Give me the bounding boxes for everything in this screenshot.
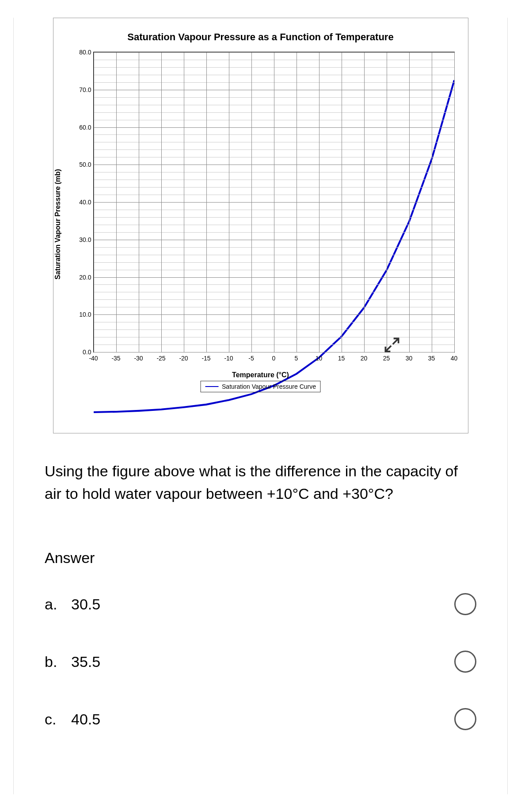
option-row[interactable]: b.35.5 (45, 651, 476, 673)
x-tick-label: 20 (361, 355, 368, 362)
gridline-v (432, 52, 432, 352)
option-letter: c. (45, 711, 62, 728)
y-tick-label: 70.0 (69, 86, 91, 93)
gridline-v (229, 52, 229, 352)
x-tick-label: -30 (134, 355, 143, 362)
x-tick-label: 0 (272, 355, 276, 362)
answer-options: a.30.5b.35.5c.40.5 (45, 593, 476, 730)
x-tick-label: -5 (248, 355, 254, 362)
legend-line-icon (205, 386, 218, 387)
x-tick-label: -10 (224, 355, 233, 362)
question-container: Saturation Vapour Pressure as a Function… (13, 18, 508, 794)
gridline-v (409, 52, 410, 352)
chart-figure: Saturation Vapour Pressure as a Function… (53, 18, 468, 433)
chart-title: Saturation Vapour Pressure as a Function… (62, 31, 459, 43)
x-tick-label: 30 (406, 355, 413, 362)
answer-heading: Answer (45, 549, 476, 567)
legend-label: Saturation Vapour Pressure Curve (222, 383, 316, 390)
gridline-v (364, 52, 365, 352)
x-tick-label: 15 (338, 355, 345, 362)
radio-button[interactable] (454, 651, 476, 673)
radio-button[interactable] (454, 708, 476, 730)
x-tick-label: -15 (202, 355, 210, 362)
option-label: b.35.5 (45, 653, 100, 670)
gridline-v (387, 52, 387, 352)
x-tick-label: 5 (295, 355, 298, 362)
x-tick-label: -35 (111, 355, 120, 362)
y-tick-label: 50.0 (69, 161, 91, 168)
y-tick-label: 30.0 (69, 236, 91, 243)
option-label: a.30.5 (45, 596, 100, 613)
gridline-v (94, 52, 94, 352)
plot-wrap: Saturation Vapour Pressure (mb) 0.010.02… (62, 52, 459, 397)
gridline-v (454, 52, 455, 352)
option-text: 40.5 (71, 711, 100, 728)
gridline-v (251, 52, 252, 352)
x-tick-label: -40 (89, 355, 98, 362)
x-tick-label: -25 (156, 355, 165, 362)
gridline-v (139, 52, 139, 352)
y-axis-label: Saturation Vapour Pressure (mb) (54, 169, 62, 280)
x-axis-label: Temperature (°C) (232, 371, 289, 379)
expand-icon[interactable] (382, 335, 402, 355)
gridline-v (274, 52, 274, 352)
x-tick-label: 10 (316, 355, 323, 362)
radio-button[interactable] (454, 593, 476, 615)
gridline-v (297, 52, 297, 352)
y-tick-label: 20.0 (69, 274, 91, 281)
option-row[interactable]: c.40.5 (45, 708, 476, 730)
gridline-v (319, 52, 319, 352)
option-letter: a. (45, 596, 62, 613)
option-letter: b. (45, 653, 62, 670)
y-tick-label: 10.0 (69, 311, 91, 318)
plot-area: 0.010.020.030.040.050.060.070.080.0-40-3… (93, 52, 455, 352)
option-label: c.40.5 (45, 711, 100, 728)
x-tick-label: 40 (451, 355, 458, 362)
gridline-v (161, 52, 162, 352)
x-tick-label: 25 (383, 355, 390, 362)
option-row[interactable]: a.30.5 (45, 593, 476, 615)
y-tick-label: 40.0 (69, 199, 91, 206)
x-tick-label: -20 (179, 355, 188, 362)
y-tick-label: 60.0 (69, 124, 91, 131)
x-tick-label: 35 (428, 355, 435, 362)
gridline-v (116, 52, 117, 352)
legend: Saturation Vapour Pressure Curve (200, 381, 321, 392)
y-tick-label: 80.0 (69, 49, 91, 56)
gridline-v (342, 52, 342, 352)
question-text: Using the figure above what is the diffe… (45, 460, 476, 505)
gridline-v (184, 52, 184, 352)
gridline-v (206, 52, 207, 352)
option-text: 35.5 (71, 653, 100, 670)
y-tick-label: 0.0 (69, 349, 91, 356)
option-text: 30.5 (71, 596, 100, 613)
